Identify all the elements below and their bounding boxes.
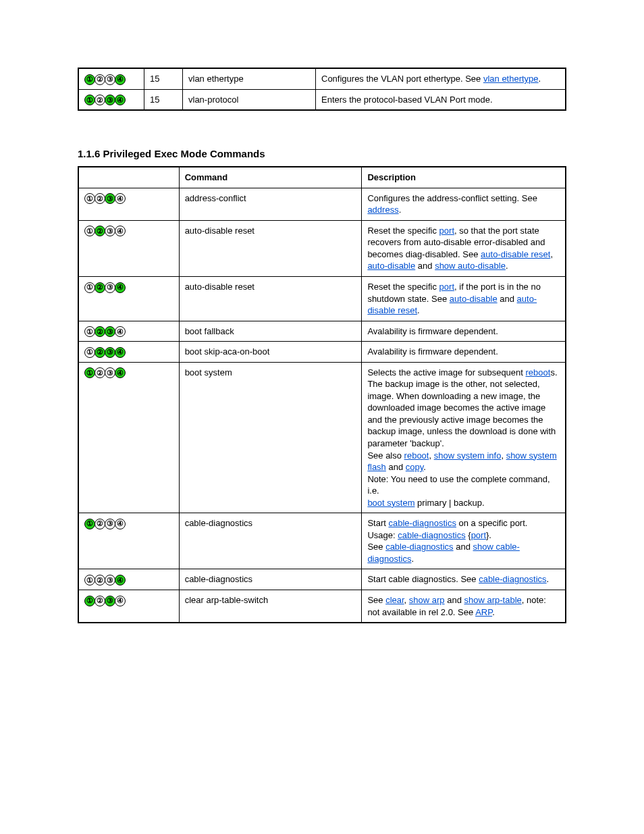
description-cell: Enters the protocol-based VLAN Port mode… [316, 89, 566, 110]
section-title: 1.1.6 Privileged Exec Mode Commands [78, 148, 566, 159]
mode-indicator-group: ①②③④ [84, 326, 125, 336]
mode-indicator-2: ② [95, 519, 105, 529]
doc-link[interactable]: show auto-disable [435, 261, 506, 271]
modes-cell: ①②③④ [78, 89, 144, 110]
doc-link[interactable]: boot system [367, 498, 414, 508]
doc-link[interactable]: reboot [526, 367, 551, 377]
mode-indicator-2: ② [95, 282, 105, 293]
description-cell: Reset the specific port, if the port is … [362, 276, 566, 321]
doc-link[interactable]: vlan ethertype [483, 74, 539, 84]
mode-indicator-3: ③ [105, 95, 115, 105]
mode-indicator-4: ④ [115, 226, 126, 236]
command-cell: boot fallback [179, 321, 362, 342]
mode-indicator-group: ①②③④ [84, 367, 125, 377]
doc-link[interactable]: auto-disable reset [481, 249, 550, 259]
table-row: ①②③④cable-diagnosticsStart cable diagnos… [78, 569, 566, 590]
command-cell: vlan ethertype [183, 68, 316, 89]
table-row: ①②③④address-conflictConfigures the addre… [78, 188, 566, 220]
mode-indicator-4: ④ [115, 519, 126, 529]
command-cell: boot skip-aca-on-boot [179, 342, 362, 363]
mode-indicator-3: ③ [105, 367, 115, 378]
privilege-cell: 15 [144, 68, 183, 89]
mode-indicator-4: ④ [115, 282, 126, 293]
description-cell: Configures the VLAN port ethertype. See … [316, 68, 566, 89]
description-cell: Start cable diagnostics. See cable-diagn… [362, 569, 566, 590]
modes-cell: ①②③④ [78, 569, 179, 590]
mode-indicator-4: ④ [115, 74, 126, 85]
doc-link[interactable]: cable-diagnostics [385, 542, 453, 552]
mode-indicator-4: ④ [115, 95, 126, 105]
mode-indicator-2: ② [95, 95, 105, 105]
mode-indicator-1: ① [84, 575, 95, 585]
table-row: ①②③④15vlan-protocolEnters the protocol-b… [78, 89, 566, 110]
table-row: ①②③④auto-disable resetReset the specific… [78, 220, 566, 276]
doc-link[interactable]: show arp-table [464, 595, 522, 605]
command-cell: auto-disable reset [179, 220, 362, 276]
doc-link[interactable]: port [439, 226, 454, 236]
mode-indicator-3: ③ [105, 282, 115, 293]
description-cell: Selects the active image for subsequent … [362, 362, 566, 513]
mode-indicator-group: ①②③④ [84, 574, 125, 584]
modes-cell: ①②③④ [78, 590, 179, 623]
command-cell: vlan-protocol [183, 89, 316, 110]
mode-indicator-3: ③ [105, 575, 115, 585]
table2-header-blank [78, 167, 179, 188]
doc-link[interactable]: reboot [404, 450, 429, 461]
mode-indicator-2: ② [95, 193, 105, 204]
command-table-2: Command Description ①②③④address-conflict… [78, 166, 566, 623]
doc-link[interactable]: ARP [475, 607, 492, 617]
description-cell: Start cable-diagnostics on a specific po… [362, 513, 566, 569]
command-table-1: ①②③④15vlan ethertypeConfigures the VLAN … [78, 68, 566, 111]
table-row: ①②③④cable-diagnosticsStart cable-diagnos… [78, 513, 566, 569]
mode-indicator-group: ①②③④ [84, 74, 125, 84]
mode-indicator-3: ③ [105, 519, 115, 529]
table2-header-description: Description [362, 167, 566, 188]
table2-header-command: Command [179, 167, 362, 188]
mode-indicator-4: ④ [115, 193, 126, 204]
doc-link[interactable]: cable-diagnostics [388, 518, 456, 528]
doc-link[interactable]: address [367, 205, 398, 215]
mode-indicator-4: ④ [115, 367, 126, 378]
modes-cell: ①②③④ [78, 321, 179, 342]
mode-indicator-1: ① [84, 226, 95, 236]
command-cell: auto-disable reset [179, 276, 362, 321]
mode-indicator-group: ①②③④ [84, 595, 125, 605]
doc-link[interactable]: auto-disable [367, 261, 415, 271]
mode-indicator-1: ① [84, 326, 95, 337]
mode-indicator-2: ② [95, 367, 105, 378]
command-cell: clear arp-table-switch [179, 590, 362, 623]
mode-indicator-1: ① [84, 282, 95, 293]
mode-indicator-4: ④ [115, 575, 126, 585]
mode-indicator-1: ① [84, 95, 95, 105]
mode-indicator-group: ①②③④ [84, 226, 125, 236]
mode-indicator-group: ①②③④ [84, 518, 125, 528]
modes-cell: ①②③④ [78, 276, 179, 321]
description-cell: Reset the specific port, so that the por… [362, 220, 566, 276]
description-cell: Configures the address-conflict setting.… [362, 188, 566, 220]
modes-cell: ①②③④ [78, 342, 179, 363]
doc-link[interactable]: port [439, 282, 454, 292]
mode-indicator-3: ③ [105, 74, 115, 85]
doc-link[interactable]: cable-diagnostics [398, 530, 465, 540]
doc-link[interactable]: copy [406, 462, 424, 472]
mode-indicator-2: ② [95, 596, 105, 606]
mode-indicator-2: ② [95, 347, 105, 358]
mode-indicator-4: ④ [115, 326, 126, 337]
doc-link[interactable]: port [471, 530, 486, 540]
table-row: ①②③④boot fallbackAvalability is firmware… [78, 321, 566, 342]
doc-link[interactable]: show system info [434, 450, 502, 461]
mode-indicator-4: ④ [115, 596, 126, 606]
table2-header-row: Command Description [78, 167, 566, 188]
mode-indicator-group: ①②③④ [84, 346, 125, 357]
doc-link[interactable]: auto-disable [450, 294, 498, 304]
mode-indicator-2: ② [95, 575, 105, 585]
mode-indicator-group: ①②③④ [84, 193, 125, 203]
mode-indicator-group: ①②③④ [84, 95, 125, 105]
command-cell: cable-diagnostics [179, 569, 362, 590]
mode-indicator-2: ② [95, 74, 105, 85]
doc-link[interactable]: show arp [409, 595, 445, 605]
mode-indicator-3: ③ [105, 347, 115, 358]
doc-link[interactable]: clear [385, 595, 404, 605]
mode-indicator-2: ② [95, 226, 105, 236]
doc-link[interactable]: cable-diagnostics [479, 574, 546, 584]
